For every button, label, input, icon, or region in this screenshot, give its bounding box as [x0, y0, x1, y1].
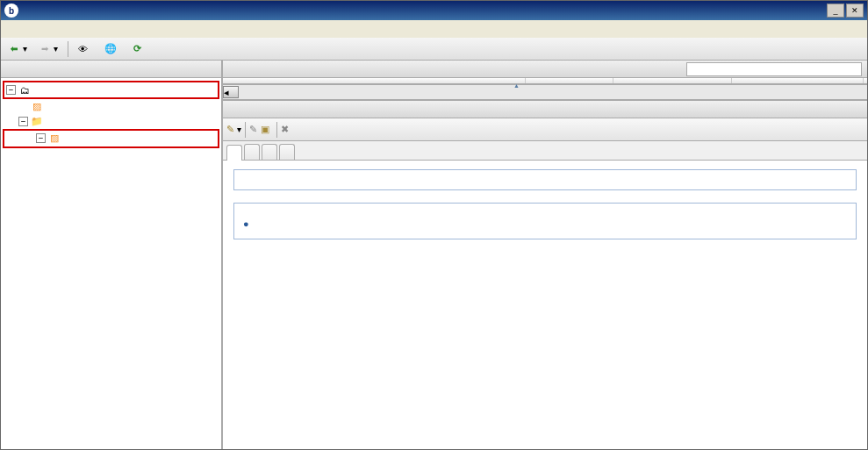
description-body: ●: [223, 161, 867, 449]
menu-tools[interactable]: [68, 27, 82, 31]
dropdown-icon: ▾: [237, 125, 241, 134]
task-panel: ✎ ▾ ✎ ▣ ✖: [223, 99, 867, 449]
tree-sites[interactable]: −🗂: [4, 82, 218, 97]
task-header: [223, 101, 867, 118]
menu-go[interactable]: [52, 27, 66, 31]
collapse-icon[interactable]: −: [6, 85, 16, 95]
export-button[interactable]: ▣: [261, 124, 269, 135]
refresh-button[interactable]: ⟳: [127, 40, 150, 57]
fixlets-header-bar: [223, 61, 867, 78]
menu-help[interactable]: [83, 27, 97, 31]
tree-master-action-site[interactable]: ▨: [1, 99, 221, 114]
collapse-icon[interactable]: −: [36, 133, 46, 143]
tab-applicable-computers[interactable]: [262, 144, 277, 160]
tree-external-sites[interactable]: −📁: [1, 114, 221, 129]
back-arrow-icon: ⬅: [11, 44, 18, 54]
close-button[interactable]: ✕: [846, 4, 864, 18]
menu-edit[interactable]: [20, 27, 34, 31]
menu-view[interactable]: [36, 27, 50, 31]
col-severity[interactable]: [526, 78, 613, 83]
rss-icon: ▨: [47, 132, 61, 145]
dropdown-icon: ▾: [54, 44, 58, 54]
menu-file[interactable]: [4, 27, 18, 31]
col-name[interactable]: [223, 78, 526, 83]
refresh-icon: ⟳: [133, 43, 141, 54]
edit-button[interactable]: ✎: [249, 124, 257, 135]
show-nonrelevant-button[interactable]: 🌐: [98, 40, 126, 57]
app-logo-icon: b: [4, 4, 18, 18]
forward-arrow-icon: ➡: [41, 44, 48, 54]
pencil-icon: ✎: [249, 124, 257, 134]
col-site[interactable]: [613, 78, 732, 83]
task-tabs: [223, 141, 867, 161]
actions-text: ●: [243, 216, 847, 232]
take-action-button[interactable]: ✎ ▾: [226, 124, 241, 135]
fixlets-table: ◂: [223, 78, 867, 99]
sidebar: −🗂 ▨ −📁 −▨: [1, 61, 223, 449]
scroll-left-button[interactable]: ◂: [223, 86, 239, 98]
sidebar-header: [1, 61, 221, 78]
sites-icon: 🗂: [18, 84, 32, 96]
collapse-icon[interactable]: −: [18, 117, 28, 126]
dropdown-icon: ▾: [23, 44, 27, 54]
export-icon: ▣: [261, 124, 269, 134]
toolbar: ⬅ ▾ ➡ ▾ 👁 🌐 ⟳: [1, 38, 867, 61]
minimize-button[interactable]: _: [827, 4, 844, 18]
horizontal-scrollbar[interactable]: ◂: [223, 84, 867, 99]
actions-card: ●: [233, 203, 857, 239]
forward-button[interactable]: ➡ ▾: [35, 41, 64, 56]
menubar: [1, 20, 867, 38]
rss-icon: ▨: [30, 101, 44, 113]
wand-icon: ✎: [226, 124, 234, 134]
remove-button[interactable]: ✖: [281, 124, 289, 135]
search-input[interactable]: [686, 62, 862, 76]
bullet-icon: ●: [243, 218, 249, 229]
remove-icon: ✖: [281, 124, 289, 134]
tab-action-history[interactable]: [279, 144, 295, 160]
eye-icon: 👁: [78, 44, 88, 54]
titlebar: b _ ✕: [1, 1, 867, 20]
task-toolbar: ✎ ▾ ✎ ▣ ✖: [223, 118, 867, 141]
tab-description[interactable]: [226, 145, 242, 161]
back-button[interactable]: ⬅ ▾: [4, 41, 33, 56]
folder-icon: 📁: [30, 116, 44, 128]
description-card: [233, 169, 857, 190]
tab-details[interactable]: [244, 144, 260, 160]
nav-tree: −🗂 ▨ −📁 −▨: [1, 78, 221, 449]
separator: [68, 41, 68, 57]
show-hidden-button[interactable]: 👁: [72, 41, 97, 57]
tree-inventory-site[interactable]: −▨: [4, 131, 218, 146]
col-count[interactable]: [732, 78, 864, 83]
content-area: ◂ ✎ ▾ ✎ ▣ ✖: [223, 61, 867, 449]
globe-icon: 🌐: [104, 43, 117, 54]
